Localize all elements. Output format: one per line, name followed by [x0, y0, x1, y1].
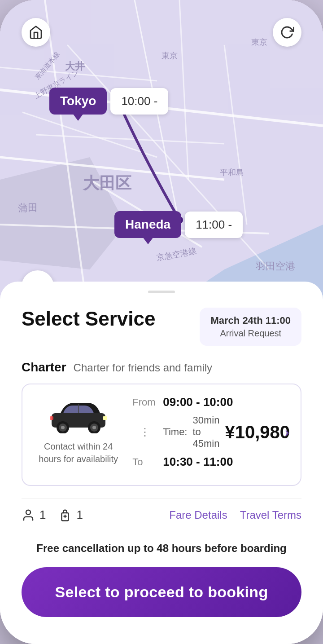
home-icon [29, 25, 43, 40]
svg-point-40 [26, 510, 31, 514]
from-label: From [132, 397, 157, 408]
car-image-area: Contact within 24 hours for availability [33, 395, 123, 465]
date-line1: March 24th 11:00 [210, 315, 291, 326]
top-icons-bar [0, 18, 323, 47]
svg-rect-39 [50, 416, 53, 420]
from-row: From 09:00 - 10:00 [132, 395, 290, 409]
drag-handle [148, 291, 175, 293]
car-icon-container [45, 395, 112, 436]
to-row: To 10:30 - 11:00 [132, 455, 290, 469]
tokyo-name: Tokyo [49, 88, 107, 115]
svg-text:東京: 東京 [162, 51, 178, 60]
fare-details-link[interactable]: Fare Details [169, 509, 227, 521]
svg-text:蒲田: 蒲田 [18, 202, 38, 213]
home-button[interactable] [22, 18, 50, 47]
car-icon [47, 397, 110, 433]
person-icon [22, 508, 35, 522]
svg-text:羽田空港: 羽田空港 [255, 260, 295, 272]
duration-value: 30min to 45min [192, 415, 219, 450]
refresh-button[interactable] [273, 18, 301, 47]
duration-row: ⋮ Time: 30min to 45min ¥10,980 [132, 415, 290, 450]
service-header: Select Service March 24th 11:00 Arrival … [22, 308, 301, 346]
charter-title: Charter [22, 360, 66, 375]
charter-subtitle: Charter for friends and family [74, 362, 212, 374]
cta-button[interactable]: Select to proceed to booking [22, 567, 301, 617]
person-count: 1 [39, 508, 46, 522]
page-title: Select Service [22, 308, 155, 330]
person-item: 1 [22, 508, 46, 522]
contact-note: Contact within 24 hours for availability [33, 440, 123, 465]
date-badge: March 24th 11:00 Arrival Request [200, 308, 301, 346]
service-times: From 09:00 - 10:00 ⋮ Time: 30min to 45mi… [132, 395, 290, 474]
travel-terms-link[interactable]: Travel Terms [240, 509, 301, 521]
haneda-map-label: Haneda 11:00 - [114, 211, 243, 238]
chevron-right-icon [283, 427, 292, 440]
info-row: 1 1 Fare Details Travel Terms [22, 498, 301, 531]
duration-dots: ⋮ [132, 426, 157, 438]
to-time: 10:30 - 11:00 [163, 455, 233, 469]
haneda-time: 11:00 - [185, 212, 243, 238]
svg-text:大田区: 大田区 [82, 174, 131, 192]
duration-label: Time: [163, 426, 187, 438]
svg-rect-38 [103, 416, 107, 420]
haneda-name: Haneda [114, 211, 181, 238]
price-currency: ¥ [225, 422, 235, 442]
price-display: ¥10,980 [225, 422, 290, 442]
tokyo-map-label: Tokyo 10:00 - [49, 88, 168, 115]
svg-text:平和島: 平和島 [220, 168, 244, 177]
luggage-item: 1 [58, 508, 83, 522]
svg-point-37 [92, 426, 96, 429]
luggage-count: 1 [76, 508, 83, 522]
phone-frame: 大井 大田区 蒲田 羽田 羽田空港 東京 東京 上野東京ライン 東海道本線 京急… [0, 0, 323, 644]
refresh-icon [280, 25, 294, 40]
cancellation-text: Free cancellation up to 48 hours before … [22, 542, 301, 555]
luggage-icon [58, 508, 72, 522]
svg-point-34 [61, 426, 65, 429]
price-amount: 10,980 [235, 422, 290, 442]
to-label: To [132, 456, 157, 468]
tokyo-time: 10:00 - [110, 88, 168, 115]
service-card[interactable]: Contact within 24 hours for availability… [22, 384, 301, 486]
date-line2: Arrival Request [210, 328, 291, 339]
bottom-sheet: Select Service March 24th 11:00 Arrival … [0, 282, 323, 644]
map-section: 大井 大田区 蒲田 羽田 羽田空港 東京 東京 上野東京ライン 東海道本線 京急… [0, 0, 323, 328]
charter-label: Charter Charter for friends and family [22, 360, 301, 375]
card-chevron-icon [283, 427, 292, 443]
from-time: 09:00 - 10:00 [163, 395, 233, 409]
